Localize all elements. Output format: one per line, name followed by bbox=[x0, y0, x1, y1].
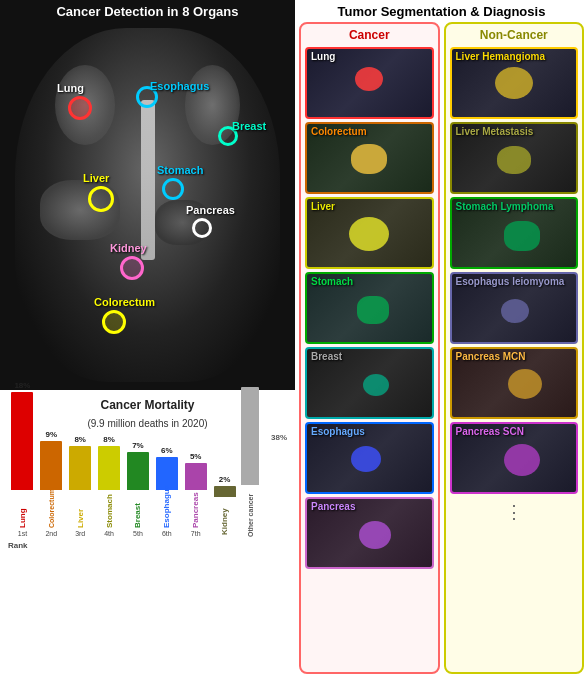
breast-label: Breast bbox=[232, 120, 266, 132]
lung-marker bbox=[68, 96, 92, 120]
left-panel: Cancer Detection in 8 Organs Lung Esopha… bbox=[0, 0, 295, 678]
colorectum-label: Colorectum bbox=[94, 296, 155, 308]
non-cancer-col-header: Non-Cancer bbox=[450, 28, 579, 42]
main-container: Cancer Detection in 8 Organs Lung Esopha… bbox=[0, 0, 588, 678]
scan-pancreas-cancer: Pancreas bbox=[305, 497, 434, 569]
colorectum-marker bbox=[102, 310, 126, 334]
bar-chart: 18% Lung 1st 9% Colorectum 2nd 8% bbox=[8, 435, 287, 555]
scan-liver-metastasis: Liver Metastasis bbox=[450, 122, 579, 194]
scan-esophagus-leiomyoma-label: Esophagus leiomyoma bbox=[456, 276, 565, 287]
right-panel: Tumor Segmentation & Diagnosis Cancer Lu… bbox=[295, 0, 588, 678]
scan-esophagus-label: Esophagus bbox=[311, 426, 365, 437]
scan-breast-cancer: Breast bbox=[305, 347, 434, 419]
other-cancer-group: Other cancer bbox=[241, 387, 259, 537]
right-columns: Cancer Lung Colorectum Liver bbox=[295, 22, 588, 678]
bar-lung: 18% Lung 1st bbox=[8, 381, 37, 537]
stomach-marker bbox=[162, 178, 184, 200]
scan-stomach-cancer: Stomach bbox=[305, 272, 434, 344]
esophagus-label: Esophagus bbox=[150, 80, 209, 92]
scan-breast-label: Breast bbox=[311, 351, 342, 362]
scan-liver-label: Liver bbox=[311, 201, 335, 212]
bar-pancreas: 5% Pancreas 7th bbox=[181, 452, 210, 537]
scan-colorectum-label: Colorectum bbox=[311, 126, 367, 137]
scan-colorectum-cancer: Colorectum bbox=[305, 122, 434, 194]
liver-label: Liver bbox=[83, 172, 109, 184]
liver-marker bbox=[88, 186, 114, 212]
bar-breast: 7% Breast 5th bbox=[124, 441, 153, 537]
cancer-col-header: Cancer bbox=[305, 28, 434, 42]
bar-kidney: 2% Kidney bbox=[210, 475, 239, 537]
cancer-column: Cancer Lung Colorectum Liver bbox=[299, 22, 440, 674]
bar-esophagus: 6% Esophagus 6th bbox=[152, 446, 181, 537]
pancreas-marker bbox=[192, 218, 212, 238]
lung-label: Lung bbox=[57, 82, 84, 94]
scan-lung-label: Lung bbox=[311, 51, 335, 62]
other-cancer-label: Other cancer bbox=[247, 487, 254, 537]
scan-pancreas-mcn: Pancreas MCN bbox=[450, 347, 579, 419]
scan-liver-hemangioma: Liver Hemangioma bbox=[450, 47, 579, 119]
scan-liver-hemangioma-label: Liver Hemangioma bbox=[456, 51, 545, 62]
bar-stomach: 8% Stomach 4th bbox=[95, 435, 124, 537]
kidney-marker bbox=[120, 256, 144, 280]
stomach-label: Stomach bbox=[157, 164, 203, 176]
scan-pancreas-label: Pancreas bbox=[311, 501, 355, 512]
scan-liver-cancer: Liver bbox=[305, 197, 434, 269]
scan-pancreas-mcn-label: Pancreas MCN bbox=[456, 351, 526, 362]
chart-area: Cancer Mortality (9.9 million deaths in … bbox=[0, 390, 295, 678]
kidney-label: Kidney bbox=[110, 242, 147, 254]
ct-scan-area: Cancer Detection in 8 Organs Lung Esopha… bbox=[0, 0, 295, 390]
scan-esophagus-leiomyoma: Esophagus leiomyoma bbox=[450, 272, 579, 344]
scan-stomach-label: Stomach bbox=[311, 276, 353, 287]
ct-title: Cancer Detection in 8 Organs bbox=[56, 4, 238, 19]
scan-pancreas-scn: Pancreas SCN bbox=[450, 422, 579, 494]
scan-stomach-lymphoma: Stomach Lymphoma bbox=[450, 197, 579, 269]
scan-liver-metastasis-label: Liver Metastasis bbox=[456, 126, 534, 137]
non-cancer-column: Non-Cancer Liver Hemangioma Liver Metast… bbox=[444, 22, 585, 674]
scan-pancreas-scn-label: Pancreas SCN bbox=[456, 426, 524, 437]
bar-colorectum: 9% Colorectum 2nd bbox=[37, 430, 66, 537]
scan-esophagus-cancer: Esophagus bbox=[305, 422, 434, 494]
right-title: Tumor Segmentation & Diagnosis bbox=[295, 0, 588, 22]
bar-liver: 8% Liver 3rd bbox=[66, 435, 95, 537]
dots-indicator: ⋮ bbox=[450, 497, 579, 527]
scan-stomach-lymphoma-label: Stomach Lymphoma bbox=[456, 201, 554, 212]
pancreas-label: Pancreas bbox=[186, 204, 235, 216]
scan-lung-cancer: Lung bbox=[305, 47, 434, 119]
